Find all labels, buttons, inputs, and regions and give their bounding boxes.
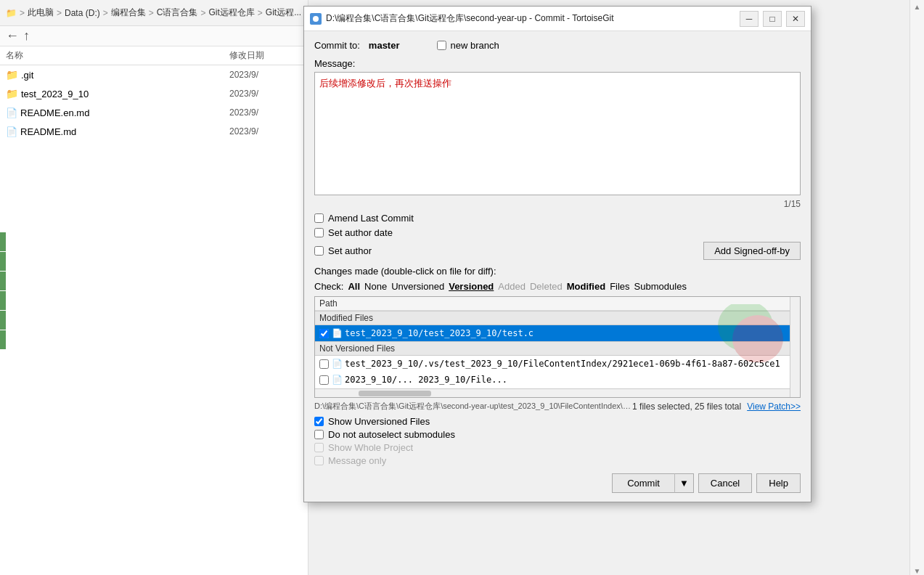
minimize-button[interactable]: ─ xyxy=(740,11,759,27)
file-name: .git xyxy=(21,70,33,81)
check-submodules[interactable]: Submodules xyxy=(634,281,687,292)
file-doc-icon: 📄 xyxy=(332,328,343,338)
breadcrumb-folder2[interactable]: C语言合集 xyxy=(157,7,198,19)
h-scrollbar-thumb xyxy=(359,391,431,396)
file-date: 2023/9/ xyxy=(229,126,302,136)
check-unversioned[interactable]: Unversioned xyxy=(391,281,444,292)
do-not-autoselect-checkbox[interactable] xyxy=(314,430,324,439)
file-checkbox[interactable] xyxy=(319,359,329,369)
vertical-scrollbar[interactable] xyxy=(790,297,800,397)
selected-file-path: test_2023_9_10/test_2023_9_10/test.c xyxy=(345,328,533,338)
file-checkbox-2[interactable] xyxy=(319,375,329,385)
close-button[interactable]: ✕ xyxy=(786,11,805,27)
dialog-icon xyxy=(310,13,322,25)
message-only-row: Message only xyxy=(314,455,801,466)
file-date: 2023/9/ xyxy=(229,89,302,99)
svg-point-1 xyxy=(732,315,783,362)
file-explorer: 📁 > 此电脑 > Data (D:) > 编程合集 > C语言合集 > Git… xyxy=(0,0,308,575)
dialog-body: Commit to: master new branch Message: 后续… xyxy=(304,31,811,502)
explorer-toolbar: ← ↑ xyxy=(0,26,308,46)
nav-scrollbar[interactable]: ▲ ▼ xyxy=(909,0,924,575)
modified-files-label: Modified Files xyxy=(319,313,373,323)
action-buttons: Commit ▼ Cancel Help xyxy=(314,473,801,493)
commit-dropdown-button[interactable]: ▼ xyxy=(674,473,694,493)
message-label: Message: xyxy=(314,58,801,69)
set-author-date-checkbox[interactable] xyxy=(314,228,324,237)
file-name: README.en.md xyxy=(20,107,89,118)
check-versioned[interactable]: Versioned xyxy=(449,281,494,292)
show-unversioned-label: Show Unversioned Files xyxy=(328,416,430,427)
dialog-title: D:\编程合集\C语言合集\Git远程仓库\second-year-up - C… xyxy=(326,12,735,25)
scroll-down-icon[interactable]: ▼ xyxy=(914,567,921,575)
breadcrumb-pc[interactable]: 📁 xyxy=(6,8,17,18)
commit-message-input[interactable]: 后续增添修改后，再次推送操作 xyxy=(314,72,801,195)
maximize-button[interactable]: □ xyxy=(763,11,782,27)
left-indicators xyxy=(0,232,6,349)
folder-icon: 📁 xyxy=(6,69,18,81)
new-branch-option[interactable]: new branch xyxy=(437,40,499,51)
breadcrumb-pc-label[interactable]: 此电脑 xyxy=(28,7,54,19)
commit-to-row: Commit to: master new branch xyxy=(314,40,801,51)
message-only-checkbox[interactable] xyxy=(314,456,324,465)
tg-watermark xyxy=(713,304,785,364)
breadcrumb-current: Git远程... xyxy=(266,7,301,19)
list-item[interactable]: 📁 test_2023_9_10 2023/9/ xyxy=(0,84,308,103)
list-item[interactable]: 📄 README.md 2023/9/ xyxy=(0,122,308,141)
breadcrumb-drive[interactable]: Data (D:) xyxy=(65,8,100,18)
amend-checkbox[interactable] xyxy=(314,213,324,223)
not-versioned-label: Not Versioned Files xyxy=(319,343,395,354)
list-item[interactable]: 📄 README.en.md 2023/9/ xyxy=(0,103,308,122)
check-row: Check: All None Unversioned Versioned Ad… xyxy=(314,281,801,292)
changes-label: Changes made (double-click on file for d… xyxy=(314,266,801,277)
file-date: 2023/9/ xyxy=(229,70,302,80)
show-whole-project-checkbox[interactable] xyxy=(314,443,324,452)
file-date: 2023/9/ xyxy=(229,107,302,118)
new-branch-label: new branch xyxy=(450,40,499,51)
show-unversioned-checkbox[interactable] xyxy=(314,417,324,426)
col-date-header: 修改日期 xyxy=(229,49,302,62)
file-doc-icon3: 📄 xyxy=(332,375,343,385)
file-doc-icon2: 📄 xyxy=(332,359,343,369)
check-files[interactable]: Files xyxy=(610,281,629,292)
new-branch-checkbox[interactable] xyxy=(437,41,446,50)
show-unversioned-row: Show Unversioned Files xyxy=(314,416,801,427)
check-modified[interactable]: Modified xyxy=(567,281,605,292)
help-button[interactable]: Help xyxy=(756,473,801,493)
scroll-up-icon[interactable]: ▲ xyxy=(914,3,921,11)
bottom-checkboxes: Show Unversioned Files Do not autoselect… xyxy=(314,416,801,466)
check-none[interactable]: None xyxy=(364,281,387,292)
show-whole-project-row: Show Whole Project xyxy=(314,442,801,453)
files-list[interactable]: Path Modified Files 📄 test_2023_9_10/tes… xyxy=(314,296,801,398)
back-icon[interactable]: ← xyxy=(6,28,19,44)
file-icon: 📄 xyxy=(6,107,17,118)
file-row-2[interactable]: 📄 2023_9_10/... 2023_9_10/File... xyxy=(315,372,800,388)
col-name-header: 名称 xyxy=(6,49,229,62)
set-author-checkbox[interactable] xyxy=(314,246,324,256)
not-versioned-file-path-2: 2023_9_10/... 2023_9_10/File... xyxy=(345,375,507,385)
set-author-date-label: Set author date xyxy=(328,227,393,238)
horizontal-scrollbar[interactable] xyxy=(315,388,790,397)
file-icon: 📄 xyxy=(6,126,17,137)
breadcrumb-folder3[interactable]: Git远程仓库 xyxy=(208,7,254,19)
path-header: Path xyxy=(319,298,338,309)
list-item[interactable]: 📁 .git 2023/9/ xyxy=(0,65,308,84)
message-count: 1/15 xyxy=(314,199,801,209)
amend-label: Amend Last Commit xyxy=(328,213,414,224)
view-patch-link[interactable]: View Patch>> xyxy=(747,401,801,412)
breadcrumb-folder1[interactable]: 编程合集 xyxy=(111,7,146,19)
amend-row: Amend Last Commit xyxy=(314,213,801,224)
file-checkbox-selected[interactable] xyxy=(319,329,329,338)
message-only-label: Message only xyxy=(328,455,386,466)
forward-icon[interactable]: ↑ xyxy=(23,28,30,44)
set-author-row: Set author Add Signed-off-by xyxy=(314,242,801,260)
commit-button[interactable]: Commit xyxy=(612,473,674,493)
check-deleted[interactable]: Deleted xyxy=(530,281,563,292)
show-whole-project-label: Show Whole Project xyxy=(328,442,413,453)
cancel-button[interactable]: Cancel xyxy=(698,473,752,493)
folder-icon: 📁 xyxy=(6,88,18,99)
breadcrumb[interactable]: 📁 > 此电脑 > Data (D:) > 编程合集 > C语言合集 > Git… xyxy=(0,0,308,26)
check-added[interactable]: Added xyxy=(498,281,526,292)
check-all[interactable]: All xyxy=(348,281,360,292)
add-signed-off-button[interactable]: Add Signed-off-by xyxy=(703,242,801,260)
status-bar: D:\编程合集\C语言合集\Git远程仓库\second-year-up\tes… xyxy=(314,401,801,412)
